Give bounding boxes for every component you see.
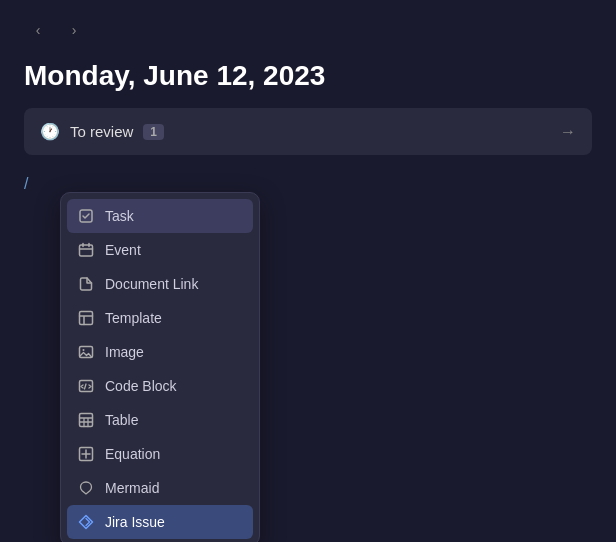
review-icon: 🕐 [40, 122, 60, 141]
review-label: To review [70, 123, 133, 140]
menu-item-document-link[interactable]: Document Link [67, 267, 253, 301]
menu-item-table[interactable]: Table [67, 403, 253, 437]
menu-item-mermaid[interactable]: Mermaid [67, 471, 253, 505]
menu-item-table-label: Table [105, 412, 138, 428]
equation-icon [77, 445, 95, 463]
menu-item-jira-issue[interactable]: Jira Issue [67, 505, 253, 539]
svg-point-4 [83, 349, 85, 351]
menu-item-event[interactable]: Event [67, 233, 253, 267]
menu-item-task[interactable]: Task [67, 199, 253, 233]
template-icon [77, 309, 95, 327]
menu-item-task-label: Task [105, 208, 134, 224]
table-icon [77, 411, 95, 429]
document-link-icon [77, 275, 95, 293]
menu-item-mermaid-label: Mermaid [105, 480, 159, 496]
top-navigation: ‹ › [0, 0, 616, 52]
review-bar[interactable]: 🕐 To review 1 → [24, 108, 592, 155]
review-badge: 1 [143, 124, 164, 140]
jira-icon [77, 513, 95, 531]
menu-item-code-block-label: Code Block [105, 378, 177, 394]
svg-rect-2 [80, 312, 93, 325]
cursor-symbol: / [24, 175, 28, 192]
event-icon [77, 241, 95, 259]
task-icon [77, 207, 95, 225]
next-button[interactable]: › [60, 16, 88, 44]
menu-item-template-label: Template [105, 310, 162, 326]
menu-item-code-block[interactable]: Code Block [67, 369, 253, 403]
image-icon [77, 343, 95, 361]
svg-rect-6 [80, 414, 93, 427]
menu-item-equation[interactable]: Equation [67, 437, 253, 471]
menu-item-equation-label: Equation [105, 446, 160, 462]
review-bar-left: 🕐 To review 1 [40, 122, 164, 141]
menu-item-image-label: Image [105, 344, 144, 360]
menu-item-document-link-label: Document Link [105, 276, 198, 292]
mermaid-icon [77, 479, 95, 497]
menu-item-jira-issue-label: Jira Issue [105, 514, 165, 530]
menu-item-template[interactable]: Template [67, 301, 253, 335]
page-title: Monday, June 12, 2023 [0, 52, 616, 108]
menu-item-image[interactable]: Image [67, 335, 253, 369]
svg-rect-1 [80, 245, 93, 256]
prev-button[interactable]: ‹ [24, 16, 52, 44]
review-arrow-icon: → [560, 123, 576, 141]
insert-menu: Task Event Document Link Template [60, 192, 260, 542]
menu-item-event-label: Event [105, 242, 141, 258]
code-block-icon [77, 377, 95, 395]
